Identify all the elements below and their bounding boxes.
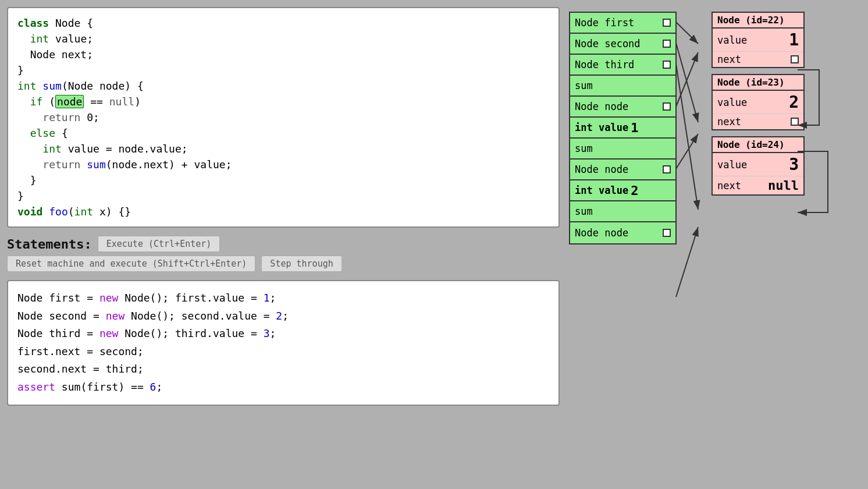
- statements-bar: Statements: Execute (Ctrl+Enter) Reset m…: [7, 233, 560, 274]
- code-line-4: }: [17, 62, 549, 78]
- code-line-7: return 0;: [17, 109, 549, 125]
- heap-node-24-next-label: next: [717, 180, 741, 192]
- heap-node-22-title: Node (id=22): [713, 13, 803, 29]
- heap-node-23-next: next: [713, 114, 803, 129]
- statements-row1: Statements: Execute (Ctrl+Enter): [7, 236, 560, 252]
- code-line-1: class Node {: [17, 15, 549, 31]
- frame-node-third: Node third: [570, 55, 675, 76]
- stmt-line-2: Node second = new Node(); second.value =…: [17, 307, 549, 325]
- heap-node-22-value: value 1: [713, 29, 803, 52]
- frame-label-node-node-2: Node node: [575, 164, 628, 175]
- frame-ptr-node-first: [663, 19, 671, 27]
- heap-node-24-value-val: 3: [789, 155, 799, 174]
- frame-label-node-third: Node third: [575, 59, 634, 70]
- stmt-line-3: Node third = new Node(); third.value = 3…: [17, 325, 549, 343]
- code-line-2: int value;: [17, 31, 549, 47]
- stmt-line-4: first.next = second;: [17, 343, 549, 361]
- frame-ptr-node-node-3: [663, 229, 671, 237]
- frame-label-node-second: Node second: [575, 38, 641, 49]
- frame-sum-2: sum: [570, 139, 675, 160]
- code-line-13: void foo(int x) {}: [17, 204, 549, 219]
- code-line-12: }: [17, 188, 549, 204]
- heap-node-23-value: value 2: [713, 91, 803, 114]
- heap-node-22-next-ptr: [791, 55, 799, 63]
- heap-node-23-title: Node (id=23): [713, 75, 803, 91]
- left-panel: class Node { int value; Node next; } int…: [7, 7, 560, 482]
- frame-sum-1: sum: [570, 76, 675, 97]
- heap-node-22: Node (id=22) value 1 next: [712, 12, 805, 68]
- heap-node-24-title: Node (id=24): [713, 137, 803, 153]
- heap-node-23: Node (id=23) value 2 next: [712, 74, 805, 130]
- statements-label: Statements:: [7, 237, 92, 251]
- frame-node-first: Node first: [570, 13, 675, 34]
- heap-node-22-value-label: value: [717, 34, 747, 46]
- frame-int-value-1: int value 1: [570, 118, 675, 139]
- execute-button[interactable]: Execute (Ctrl+Enter): [98, 236, 220, 252]
- stmt-line-1: Node first = new Node(); first.value = 1…: [17, 289, 549, 307]
- heap-node-24-next: next null: [713, 176, 803, 194]
- frame-label-node-node-3: Node node: [575, 227, 628, 239]
- stack-container: Node first Node second Node third sum N: [569, 12, 805, 245]
- right-panel: Node first Node second Node third sum N: [567, 7, 861, 482]
- frame-node-node-1: Node node: [570, 97, 675, 118]
- heap-area: Node (id=22) value 1 next Node (id=23) v…: [712, 12, 805, 196]
- reset-execute-button[interactable]: Reset machine and execute (Shift+Ctrl+En…: [7, 256, 255, 272]
- frame-ptr-node-second: [663, 40, 671, 48]
- heap-node-22-next-label: next: [717, 54, 741, 65]
- step-through-button[interactable]: Step through: [261, 256, 341, 272]
- frame-ptr-node-third: [663, 61, 671, 69]
- heap-node-24-value-label: value: [717, 159, 747, 171]
- code-line-3: Node next;: [17, 47, 549, 62]
- frame-ptr-node-node-2: [663, 165, 671, 173]
- code-line-11: }: [17, 172, 549, 188]
- stack-frames: Node first Node second Node third sum N: [569, 12, 677, 245]
- code-line-10: return sum(node.next) + value;: [17, 157, 549, 172]
- frame-int-value-2: int value 2: [570, 180, 675, 201]
- heap-node-22-value-val: 1: [789, 30, 799, 49]
- frame-ptr-node-node-1: [663, 102, 671, 111]
- frame-sum-3: sum: [570, 201, 675, 222]
- diagram-wrapper: Node first Node second Node third sum N: [569, 12, 805, 245]
- frame-label-node-node-1: Node node: [575, 101, 628, 112]
- statements-row2: Reset machine and execute (Shift+Ctrl+En…: [7, 256, 560, 272]
- frame-node-node-3: Node node: [570, 222, 675, 243]
- heap-node-23-value-label: value: [717, 97, 747, 108]
- code-line-9: int value = node.value;: [17, 141, 549, 157]
- stmt-line-6: assert sum(first) == 6;: [17, 378, 549, 396]
- stmt-line-5: second.next = third;: [17, 360, 549, 378]
- code-line-6: if (node == null): [17, 94, 549, 109]
- frame-node-second: Node second: [570, 34, 675, 55]
- heap-node-24: Node (id=24) value 3 next null: [712, 136, 805, 196]
- heap-node-23-next-ptr: [791, 118, 799, 126]
- code-line-8: else {: [17, 125, 549, 141]
- heap-node-24-value: value 3: [713, 153, 803, 176]
- frame-label-node-first: Node first: [575, 17, 634, 29]
- statements-editor[interactable]: Node first = new Node(); first.value = 1…: [7, 280, 560, 406]
- heap-node-23-value-val: 2: [789, 93, 799, 112]
- heap-node-24-next-val: null: [768, 178, 799, 193]
- code-editor: class Node { int value; Node next; } int…: [7, 7, 560, 228]
- heap-node-23-next-label: next: [717, 116, 741, 127]
- code-line-5: int sum(Node node) {: [17, 78, 549, 94]
- heap-node-22-next: next: [713, 52, 803, 67]
- frame-node-node-2: Node node: [570, 160, 675, 180]
